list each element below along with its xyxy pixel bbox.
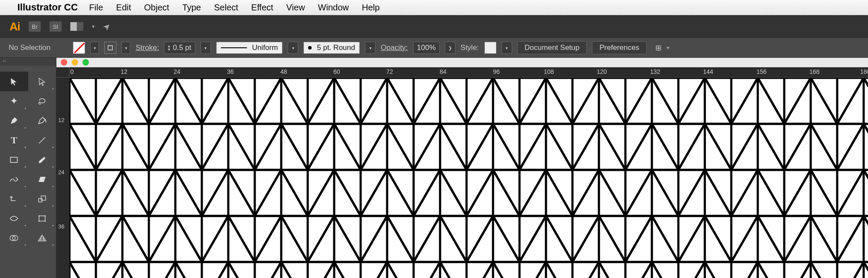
triangular-grid-artwork — [69, 78, 868, 278]
ruler-tick: 96 — [493, 68, 500, 75]
brush-label: 5 pt. Round — [317, 43, 355, 52]
menu-effect[interactable]: Effect — [251, 3, 273, 13]
svg-point-6 — [44, 215, 46, 216]
ruler-tick: 120 — [597, 68, 607, 75]
tools-panel: ‹‹ ∙∙∙∙∙∙∙ ▸ ✦▸ ▸ T▸ ▸ ▸ ▸ ▸ ▸ ▸ ▸ ▸ ▸ ▸… — [0, 58, 56, 278]
svg-line-0 — [39, 137, 45, 143]
variable-width-profile[interactable]: Uniform — [216, 42, 283, 54]
ruler-origin[interactable] — [56, 67, 69, 78]
panel-collapse-handle[interactable]: ‹‹ — [0, 58, 56, 66]
svg-rect-1 — [10, 157, 17, 162]
stroke-swatch[interactable] — [104, 42, 116, 54]
app-name[interactable]: Illustrator CC — [17, 2, 78, 13]
eraser-tool[interactable]: ▸ — [28, 169, 56, 189]
menu-view[interactable]: View — [286, 3, 305, 13]
ruler-tick: 156 — [756, 68, 766, 75]
chevron-down-icon[interactable]: ▾ — [92, 23, 95, 30]
line-segment-tool[interactable]: ▸ — [28, 130, 56, 150]
opacity-label[interactable]: Opacity: — [381, 43, 408, 52]
selection-tool[interactable] — [0, 72, 28, 91]
type-tool[interactable]: T▸ — [0, 130, 28, 150]
arrange-documents-button[interactable] — [70, 22, 83, 31]
panel-grip-icon[interactable]: ∙∙∙∙∙∙∙ — [0, 66, 56, 72]
fill-swatch[interactable] — [73, 42, 85, 54]
gpu-rocket-icon[interactable]: ➤ — [101, 20, 113, 33]
vertical-ruler[interactable]: 12 24 36 — [56, 78, 69, 278]
graphic-style-swatch[interactable] — [484, 42, 496, 54]
direct-selection-tool[interactable]: ▸ — [28, 72, 56, 91]
pen-tool[interactable]: ▸ — [0, 111, 28, 130]
ruler-tick: 168 — [809, 68, 819, 75]
selection-status: No Selection — [9, 43, 50, 52]
fill-dropdown[interactable]: ▾ — [90, 42, 99, 54]
opacity-value: 100% — [417, 43, 436, 52]
ruler-tick: 36 — [227, 68, 234, 75]
curvature-tool[interactable] — [28, 111, 56, 130]
menu-help[interactable]: Help — [362, 3, 380, 13]
chevron-down-icon[interactable]: ▾ — [667, 45, 669, 51]
shape-builder-tool[interactable]: ▸ — [0, 228, 28, 248]
bridge-badge[interactable]: Br — [29, 21, 41, 32]
close-window-button[interactable] — [61, 59, 67, 66]
ruler-tick: 72 — [386, 68, 393, 75]
ruler-tick: 24 — [58, 169, 64, 175]
shaper-tool[interactable]: ▸ — [0, 169, 28, 189]
ruler-tick: 60 — [333, 68, 340, 75]
stroke-weight-field[interactable]: ▴▾ 0.5 pt — [164, 42, 195, 54]
horizontal-ruler[interactable]: 0 12 24 36 48 60 72 84 96 108 120 132 14… — [69, 67, 868, 78]
profile-label: Uniform — [252, 43, 278, 52]
zoom-window-button[interactable] — [82, 59, 89, 66]
stock-badge[interactable]: St — [49, 21, 62, 32]
macos-menubar: Illustrator CC File Edit Object Type Sel… — [0, 0, 868, 15]
ruler-tick: 132 — [650, 68, 660, 75]
svg-rect-4 — [39, 216, 45, 221]
rectangle-tool[interactable]: ▸ — [0, 150, 28, 169]
brush-definition[interactable]: 5 pt. Round — [303, 42, 360, 54]
ruler-tick: 12 — [58, 117, 64, 123]
rotate-tool[interactable]: ▸ — [0, 189, 28, 208]
style-dropdown[interactable]: ▾ — [502, 42, 512, 54]
minimize-window-button[interactable] — [72, 59, 78, 66]
preferences-button[interactable]: Preferences — [592, 41, 647, 54]
opacity-field[interactable]: 100% — [413, 42, 440, 54]
ruler-tick: 0 — [70, 68, 74, 75]
stroke-label[interactable]: Stroke: — [135, 43, 159, 52]
document-setup-button[interactable]: Document Setup — [517, 41, 587, 54]
control-bar: No Selection ▾ ▾ Stroke: ▴▾ 0.5 pt ▾ Uni… — [0, 38, 868, 58]
svg-point-7 — [38, 220, 39, 222]
menu-object[interactable]: Object — [144, 3, 169, 13]
menu-type[interactable]: Type — [182, 3, 201, 13]
align-to-icon[interactable]: ⊞ — [655, 43, 661, 53]
lasso-tool[interactable] — [28, 91, 56, 111]
menu-file[interactable]: File — [89, 3, 103, 13]
profile-line-icon — [221, 47, 247, 48]
ruler-tick: 48 — [280, 68, 287, 75]
document-window: 0 12 24 36 48 60 72 84 96 108 120 132 14… — [56, 58, 868, 278]
illustrator-logo-icon: Ai — [10, 20, 20, 33]
svg-point-5 — [38, 215, 39, 216]
ruler-tick: 180 — [860, 68, 868, 75]
menu-edit[interactable]: Edit — [116, 3, 131, 13]
free-transform-tool[interactable]: ▸ — [28, 208, 56, 228]
stroke-dropdown[interactable]: ▾ — [122, 42, 130, 54]
ruler-tick: 84 — [440, 68, 447, 75]
perspective-grid-tool[interactable]: ▸ — [28, 228, 56, 248]
stroke-weight-value: 0.5 pt — [173, 43, 191, 52]
ruler-tick: 144 — [703, 68, 713, 75]
paintbrush-tool[interactable]: ▸ — [28, 150, 56, 169]
ruler-tick: 12 — [121, 68, 128, 75]
stroke-weight-dropdown[interactable]: ▾ — [201, 42, 211, 54]
scale-tool[interactable]: ▸ — [28, 189, 56, 208]
menu-select[interactable]: Select — [214, 3, 238, 13]
ruler-tick: 36 — [58, 223, 64, 230]
artboard[interactable] — [69, 78, 868, 278]
brush-dropdown[interactable]: ▾ — [365, 42, 375, 54]
stepper-icon[interactable]: ▴▾ — [168, 44, 170, 51]
width-tool[interactable]: ▸ — [0, 208, 28, 228]
menu-window[interactable]: Window — [318, 3, 349, 13]
svg-rect-16 — [69, 78, 868, 278]
magic-wand-tool[interactable]: ✦▸ — [0, 91, 28, 111]
profile-dropdown[interactable]: ▾ — [288, 42, 298, 54]
workspace: ‹‹ ∙∙∙∙∙∙∙ ▸ ✦▸ ▸ T▸ ▸ ▸ ▸ ▸ ▸ ▸ ▸ ▸ ▸ ▸… — [0, 58, 868, 278]
opacity-dropdown[interactable]: ❯ — [445, 42, 455, 54]
